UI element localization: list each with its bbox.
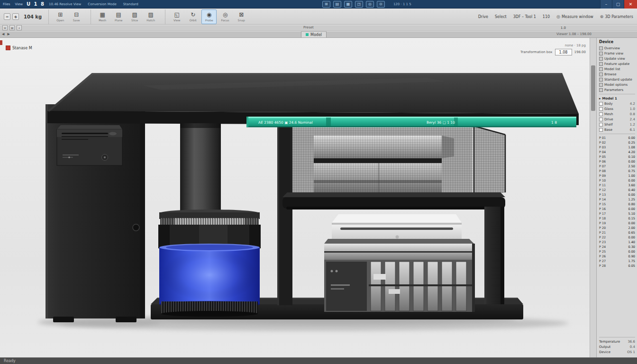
panel-tool-label: Frame view — [604, 52, 623, 55]
settings-icon[interactable]: ⊙ — [377, 1, 385, 8]
select-button[interactable]: Select — [495, 15, 507, 19]
tree-item-checkbox[interactable] — [599, 107, 603, 111]
view-button[interactable]: ◱ View — [169, 9, 184, 24]
plane-button[interactable]: ▤ Plane — [111, 9, 126, 24]
footer-label: Temperature — [599, 340, 620, 344]
tab-model[interactable]: Model — [301, 31, 327, 37]
focus-button[interactable]: ◎ Focus — [218, 9, 233, 24]
list-small-icon[interactable]: ▤ — [9, 25, 15, 30]
panel-item-parameters[interactable]: Parameters — [599, 87, 635, 92]
menu-item[interactable]: Files — [3, 2, 10, 6]
toolbar-button-label: Snap — [238, 18, 245, 22]
property-row: P 17 5.10 — [599, 211, 635, 216]
axis-small-icon[interactable]: + — [17, 25, 22, 30]
tree-item-checkbox[interactable] — [599, 112, 603, 116]
transform-input[interactable] — [555, 49, 572, 55]
tree-item[interactable]: Mesh 0.8 — [599, 111, 635, 117]
parameters-button[interactable]: ⊛ 3D Parameters — [600, 14, 633, 19]
menu-item[interactable]: View — [15, 2, 23, 6]
tree-item[interactable]: Shelf 1.2 — [599, 122, 635, 127]
tree-item[interactable]: Glass 1.0 — [599, 106, 635, 111]
tree-item-checkbox[interactable] — [599, 128, 603, 132]
menu-icon[interactable]: ≡ — [4, 13, 10, 20]
property-label: P 13 — [599, 193, 606, 197]
property-value: 0.00 — [628, 193, 635, 197]
minimize-button[interactable]: – — [600, 0, 612, 9]
property-value: 1.40 — [628, 240, 635, 244]
value-110[interactable]: 110 — [543, 15, 550, 19]
toolbar-right-label: Drive — [478, 15, 488, 19]
property-row: P 07 2.50 — [599, 164, 635, 169]
toolbar-button-label: Orbit — [190, 18, 197, 22]
menu-item[interactable]: Conversion Mode — [88, 2, 117, 6]
close-button[interactable]: ✕ — [624, 0, 637, 9]
toolbar-button-label: Plane — [115, 18, 122, 22]
tower-drive-unit — [57, 125, 122, 165]
panel-item-standard-update[interactable]: Standard update — [599, 77, 635, 82]
titlebar-meta: 120 · 1 1 5 — [393, 2, 411, 6]
property-value: 0.05 — [628, 264, 635, 268]
open-button[interactable]: ⊞ Open — [53, 9, 68, 24]
tab-next-arrow[interactable]: ▶ — [7, 32, 9, 36]
panel-item-feature-update[interactable]: Feature update — [599, 61, 635, 66]
menu-item[interactable]: Standard — [123, 2, 138, 6]
document-icon[interactable]: ▤ — [333, 1, 341, 8]
tool-selector[interactable]: 3DF – Tool 1 — [513, 15, 536, 19]
panel-item-browse[interactable]: Browse — [599, 72, 635, 77]
tree-item-checkbox[interactable] — [599, 123, 603, 127]
tree-item-checkbox[interactable] — [599, 118, 603, 121]
layers-icon[interactable]: ▦ — [344, 1, 352, 8]
vertical-scrollbar[interactable] — [590, 38, 596, 357]
pin-icon[interactable]: ◈ — [12, 13, 19, 20]
panel-item-update-view[interactable]: Update view — [599, 56, 635, 61]
property-value: 4.20 — [628, 150, 635, 154]
panel-item-model-options[interactable]: Model options — [599, 82, 635, 87]
tree-item[interactable]: Body 4.2 — [599, 101, 635, 106]
property-row: P 01 0.00 — [599, 136, 635, 140]
right-support-post — [484, 207, 504, 304]
toolbar-right-label: 3D Parameters — [605, 15, 633, 19]
property-label: P 16 — [599, 207, 606, 211]
tree-item-checkbox[interactable] — [599, 102, 603, 106]
property-value: 1.00 — [628, 174, 635, 178]
property-label: P 25 — [599, 250, 606, 254]
toolbar-button-label: Slice — [131, 18, 138, 22]
property-label: P 05 — [599, 155, 606, 159]
scrollbar-thumb[interactable] — [591, 65, 595, 111]
property-label: P 07 — [599, 164, 606, 168]
hydraulic-cylinder — [158, 123, 261, 317]
cube-icon[interactable]: ◳ — [355, 1, 363, 8]
toolbar-button-icon: ⊠ — [239, 12, 244, 18]
toolbar-button-label: Mesh — [99, 18, 106, 22]
grid-small-icon[interactable]: ⊞ — [2, 25, 8, 30]
menu-item[interactable]: 10.46 Resolve View — [49, 2, 81, 6]
glass-shelf-right-text: 1 8 — [551, 120, 557, 125]
panel-item-frame-view[interactable]: Frame view — [599, 51, 635, 56]
viewport-3d[interactable]: AE 2380 4650 ▣ 24.6 Nominal Beryl 36 ▢ 1… — [0, 38, 590, 357]
grid-icon[interactable]: ⊞ — [322, 1, 330, 8]
tree-title[interactable]: ▸ Model 1 — [599, 96, 635, 101]
hatch-button[interactable]: ▨ Hatch — [143, 9, 158, 24]
toolbar-button-icon: ▨ — [148, 12, 154, 18]
save-button[interactable]: ⊟ Save — [69, 9, 84, 24]
panel-item-overview[interactable]: Overview — [599, 46, 635, 51]
property-label: P 24 — [599, 245, 606, 249]
tree-item[interactable]: Drive 2.4 — [599, 117, 635, 122]
property-row: P 20 2.00 — [599, 226, 635, 230]
mesh-button[interactable]: ▦ Mesh — [95, 9, 110, 24]
measure-window-button[interactable]: ◎ Measure window — [556, 14, 593, 19]
probe-button[interactable]: ◉ Probe — [201, 9, 217, 24]
snap-button[interactable]: ⊠ Snap — [234, 9, 249, 24]
tree-item[interactable]: Base 6.1 — [599, 127, 635, 132]
orbit-button[interactable]: ↻ Orbit — [185, 9, 200, 24]
toolbar-right-label: 110 — [543, 15, 550, 19]
tab-prev-arrow[interactable]: ◀ — [2, 32, 4, 36]
camera-icon[interactable]: ◎ — [366, 1, 374, 8]
maximize-button[interactable]: ▢ — [612, 0, 624, 9]
glass-shelf-left-text: AE 2380 4650 ▣ 24.6 Nominal — [258, 120, 313, 125]
tree-expander-icon[interactable]: ▸ — [599, 97, 601, 100]
slice-button[interactable]: ▧ Slice — [127, 9, 142, 24]
panel-item-model-list[interactable]: Model list — [599, 66, 635, 72]
drive-button[interactable]: Drive — [478, 15, 488, 19]
tree-item-value: 2.4 — [630, 118, 635, 121]
